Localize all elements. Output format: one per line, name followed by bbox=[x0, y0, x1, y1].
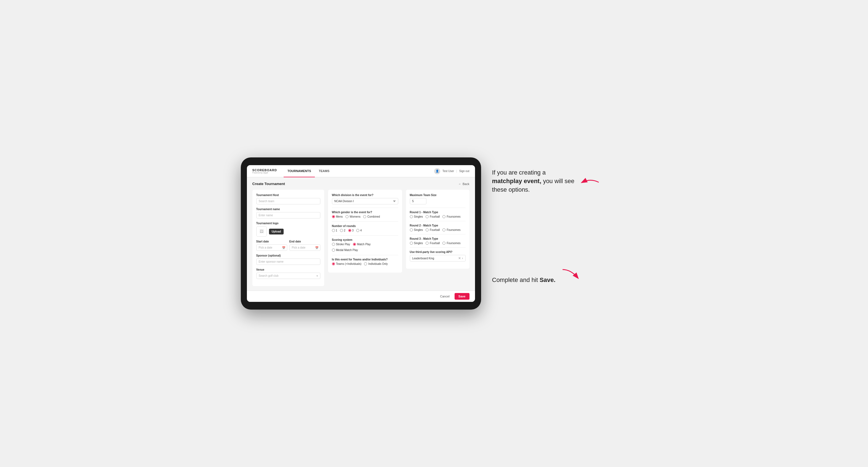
nav-right: 👤 Test User | Sign out bbox=[434, 168, 469, 174]
sponsor-label: Sponsor (optional) bbox=[256, 254, 320, 257]
teams-label: Is this event for Teams and/or Individua… bbox=[332, 258, 398, 261]
logo-placeholder: 🖼 bbox=[256, 226, 267, 237]
nav-tab-tournaments[interactable]: TOURNAMENTS bbox=[284, 165, 315, 177]
divider-2 bbox=[332, 221, 398, 222]
round-1[interactable]: 1 bbox=[332, 229, 338, 232]
round-4[interactable]: 4 bbox=[356, 229, 362, 232]
user-icon: 👤 bbox=[434, 168, 440, 174]
round-3[interactable]: 3 bbox=[348, 229, 354, 232]
round2-foursomes[interactable]: Foursomes bbox=[442, 228, 460, 231]
annotation-top-text: If you are creating a matchplay event, y… bbox=[492, 168, 575, 194]
form-footer: Cancel Save bbox=[247, 290, 475, 302]
end-date-label: End date bbox=[289, 240, 320, 243]
round1-label: Round 1 - Match Type bbox=[410, 211, 466, 214]
round1-singles[interactable]: Singles bbox=[410, 215, 423, 218]
page-header: Create Tournament ← Back bbox=[252, 182, 469, 186]
round1-match-type: Round 1 - Match Type Singles Fourball Fo… bbox=[410, 211, 466, 218]
round2-radio-group: Singles Fourball Foursomes bbox=[410, 228, 466, 231]
api-remove-icon[interactable]: ✕ › bbox=[458, 256, 463, 260]
tablet-frame: SCOREBOARD Powered by clippit TOURNAMENT… bbox=[241, 157, 481, 310]
form-grid: Tournament Host Tournament name Tourname… bbox=[252, 190, 469, 286]
venue-wrap: ▼ bbox=[256, 273, 320, 279]
api-tag: Leaderboard King ✕ › bbox=[410, 255, 466, 261]
scoring-label: Scoring system bbox=[332, 238, 398, 241]
round2-match-type: Round 2 - Match Type Singles Fourball Fo… bbox=[410, 224, 466, 231]
start-date-wrap: 📅 bbox=[256, 244, 287, 251]
annotations: If you are creating a matchplay event, y… bbox=[492, 157, 627, 295]
teams-option[interactable]: Teams (+Individuals) bbox=[332, 262, 362, 266]
tournament-name-input[interactable] bbox=[256, 212, 320, 218]
end-date-input[interactable] bbox=[289, 244, 320, 251]
gender-group: Which gender is the event for? Mens Wome… bbox=[332, 211, 398, 218]
arrow-top-indicator bbox=[580, 177, 601, 189]
divider-r1 bbox=[410, 208, 466, 208]
page-title: Create Tournament bbox=[252, 182, 285, 186]
round3-radio-group: Singles Fourball Foursomes bbox=[410, 242, 466, 245]
round-2[interactable]: 2 bbox=[340, 229, 345, 232]
date-row: Start date 📅 End date 📅 bbox=[256, 240, 320, 251]
start-date-input[interactable] bbox=[256, 244, 287, 251]
gender-mens[interactable]: Mens bbox=[332, 215, 343, 218]
round2-label: Round 2 - Match Type bbox=[410, 224, 466, 227]
venue-input[interactable] bbox=[256, 273, 320, 279]
upload-button[interactable]: Upload bbox=[269, 229, 284, 235]
end-date-wrap: 📅 bbox=[289, 244, 320, 251]
tournament-host-label: Tournament Host bbox=[256, 194, 320, 197]
nav-tab-teams[interactable]: TEAMS bbox=[315, 165, 333, 177]
nav-logo-title: SCOREBOARD bbox=[252, 169, 277, 172]
api-label: Use third-party live scoring API? bbox=[410, 250, 466, 253]
back-link[interactable]: ← Back bbox=[459, 182, 469, 186]
api-value: Leaderboard King bbox=[412, 257, 434, 260]
gender-radio-group: Mens Womens Combined bbox=[332, 215, 398, 218]
individuals-option[interactable]: Individuals Only bbox=[364, 262, 388, 266]
right-form-section: Maximum Team Size Round 1 - Match Type S… bbox=[406, 190, 469, 269]
save-button[interactable]: Save bbox=[455, 293, 469, 300]
annotation-bottom-text: Complete and hit Save. bbox=[492, 276, 556, 284]
scoring-match[interactable]: Match Play bbox=[353, 243, 371, 246]
annotation-bottom-block: Complete and hit Save. bbox=[492, 267, 627, 284]
round3-singles[interactable]: Singles bbox=[410, 242, 423, 245]
division-label: Which division is the event for? bbox=[332, 194, 398, 197]
sign-out-link[interactable]: Sign out bbox=[459, 169, 469, 173]
tournament-name-label: Tournament name bbox=[256, 208, 320, 211]
max-team-size-group: Maximum Team Size bbox=[410, 194, 466, 205]
division-select[interactable]: NCAA Division I bbox=[332, 198, 398, 205]
divider-r3 bbox=[410, 234, 466, 235]
sponsor-group: Sponsor (optional) bbox=[256, 254, 320, 265]
round1-radio-group: Singles Fourball Foursomes bbox=[410, 215, 466, 218]
api-group: Use third-party live scoring API? Leader… bbox=[410, 250, 466, 261]
rounds-group: Number of rounds 1 2 3 bbox=[332, 224, 398, 232]
nav-logo: SCOREBOARD Powered by clippit bbox=[252, 169, 277, 174]
round2-singles[interactable]: Singles bbox=[410, 228, 423, 231]
max-team-size-input[interactable] bbox=[410, 198, 426, 205]
scoring-radio-group: Stroke Play Match Play Medal Match Play bbox=[332, 243, 398, 252]
round1-fourball[interactable]: Fourball bbox=[426, 215, 440, 218]
cancel-button[interactable]: Cancel bbox=[437, 293, 453, 299]
start-date-label: Start date bbox=[256, 240, 287, 243]
page-wrapper: SCOREBOARD Powered by clippit TOURNAMENT… bbox=[241, 157, 627, 310]
divider-r2 bbox=[410, 221, 466, 221]
nav-bar: SCOREBOARD Powered by clippit TOURNAMENT… bbox=[247, 165, 475, 177]
tournament-logo-group: Tournament logo 🖼 Upload bbox=[256, 222, 320, 237]
start-date-group: Start date 📅 bbox=[256, 240, 287, 251]
scoring-group: Scoring system Stroke Play Match Play Me… bbox=[332, 238, 398, 252]
scoring-stroke[interactable]: Stroke Play bbox=[332, 243, 350, 246]
round1-foursomes[interactable]: Foursomes bbox=[442, 215, 460, 218]
division-group: Which division is the event for? NCAA Di… bbox=[332, 194, 398, 205]
tournament-name-group: Tournament name bbox=[256, 208, 320, 218]
logo-section: 🖼 Upload bbox=[256, 226, 320, 237]
gender-combined[interactable]: Combined bbox=[363, 215, 380, 218]
gender-womens[interactable]: Womens bbox=[345, 215, 361, 218]
scoring-medal[interactable]: Medal Match Play bbox=[332, 249, 358, 252]
left-form-section: Tournament Host Tournament name Tourname… bbox=[252, 190, 324, 286]
round3-match-type: Round 3 - Match Type Singles Fourball Fo… bbox=[410, 237, 466, 245]
tablet-screen: SCOREBOARD Powered by clippit TOURNAMENT… bbox=[247, 165, 475, 302]
venue-group: Venue ▼ bbox=[256, 268, 320, 279]
tournament-host-input[interactable] bbox=[256, 198, 320, 205]
sponsor-input[interactable] bbox=[256, 258, 320, 265]
max-team-size-label: Maximum Team Size bbox=[410, 194, 466, 197]
round2-fourball[interactable]: Fourball bbox=[426, 228, 440, 231]
round3-foursomes[interactable]: Foursomes bbox=[442, 242, 460, 245]
teams-group: Is this event for Teams and/or Individua… bbox=[332, 258, 398, 266]
round3-fourball[interactable]: Fourball bbox=[426, 242, 440, 245]
